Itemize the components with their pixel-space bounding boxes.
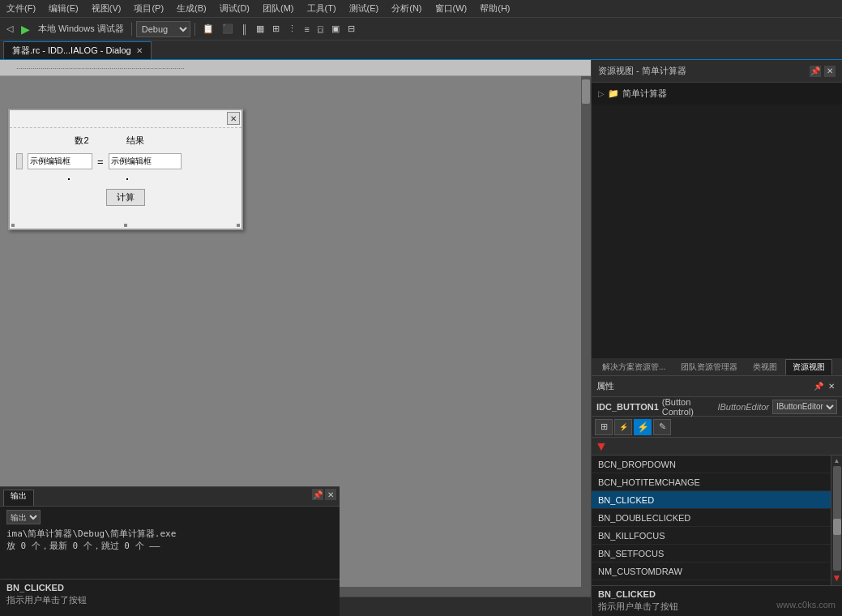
- menu-project[interactable]: 项目(P): [130, 2, 167, 15]
- dialog-editor-panel: ········································…: [0, 60, 591, 616]
- bn-clicked-section-title: BN_CLICKED: [598, 589, 836, 599]
- debug-target-label: 本地 Windows 调试器: [35, 20, 127, 38]
- prop-tab-edit[interactable]: ✎: [653, 419, 671, 435]
- toolbar-btn8[interactable]: ⌼: [314, 20, 327, 38]
- toolbar-back-btn[interactable]: ◁: [3, 20, 16, 38]
- scrollbar-up-arrow[interactable]: ▲: [834, 457, 840, 464]
- control-type: (Button Control): [662, 397, 715, 417]
- prop-tab-dynamic[interactable]: ⚡: [614, 419, 632, 435]
- event-arrow-indicator: ▼: [592, 438, 842, 456]
- menu-tools[interactable]: 工具(T): [304, 2, 340, 15]
- tree-folder-icon: 📁: [608, 88, 619, 99]
- event-nm-customdraw[interactable]: NM_CUSTOMDRAW: [592, 563, 842, 580]
- properties-panel: 属性 📌 ✕ IDC_BUTTON1 (Button Control) IBut…: [592, 376, 842, 616]
- toolbar-btn6[interactable]: ⋮: [284, 20, 300, 38]
- properties-title: 属性: [596, 380, 614, 392]
- tab-resource-view[interactable]: 资源视图: [785, 359, 832, 375]
- prop-tab-events[interactable]: ⚡: [634, 419, 652, 435]
- watermark: www.c0ks.com: [776, 600, 836, 610]
- tab-team-explorer[interactable]: 团队资源管理器: [673, 359, 745, 375]
- output-source-select[interactable]: 输出: [6, 510, 41, 524]
- control-editor-select[interactable]: IButtonEditor: [772, 400, 837, 414]
- separator2: [194, 23, 195, 36]
- tab-solution-explorer[interactable]: 解决方案资源管...: [595, 359, 673, 375]
- scrollbar-thumb: [833, 519, 841, 535]
- resource-view-close-btn[interactable]: ✕: [824, 66, 836, 77]
- scrollbar-track: [833, 466, 841, 571]
- menu-view[interactable]: 视图(V): [88, 2, 125, 15]
- menu-window[interactable]: 窗口(W): [432, 2, 471, 15]
- output-panel-controls: 📌 ✕: [312, 489, 336, 500]
- red-arrow-icon: ▼: [595, 439, 608, 454]
- tab-close-btn[interactable]: ✕: [136, 46, 143, 55]
- toolbar-btn10[interactable]: ⊟: [344, 20, 358, 38]
- output-pin-btn[interactable]: 📌: [312, 489, 323, 500]
- event-bn-setfocus-label: BN_SETFOCUS: [598, 549, 664, 558]
- handle-br: [237, 224, 240, 227]
- output-panel: 输出 📌 ✕ 输出 ima\简单计算器\Debug\简单计算器.exe 放 0 …: [0, 486, 340, 616]
- dialog-button-row: 计算: [16, 186, 235, 209]
- debug-config-select[interactable]: Debug Release: [136, 21, 190, 37]
- menu-build[interactable]: 生成(B): [173, 2, 210, 15]
- properties-close-btn[interactable]: ✕: [826, 381, 837, 392]
- tab-class-view[interactable]: 类视图: [746, 359, 784, 375]
- control-id: IDC_BUTTON1: [596, 402, 659, 412]
- properties-pin-btn[interactable]: 📌: [813, 381, 824, 392]
- toolbar-btn9[interactable]: ▣: [328, 20, 343, 38]
- dialog-content: 数2 结果 示例编辑框 = 示例编辑框: [10, 128, 241, 222]
- scrollbar-v-thumb: [582, 79, 590, 104]
- calc-button[interactable]: 计算: [106, 189, 145, 206]
- tree-item-label: 简单计算器: [622, 88, 667, 100]
- event-bn-doubleclicked[interactable]: BN_DOUBLECLICKED: [592, 509, 842, 527]
- scrollbar-dropdown-red-arrow[interactable]: ▼: [832, 572, 842, 584]
- tree-item-root[interactable]: ▷ 📁 简单计算器: [595, 86, 839, 101]
- scrollbar-vertical[interactable]: [581, 76, 591, 597]
- menu-help[interactable]: 帮助(H): [477, 2, 513, 15]
- tab-dialog[interactable]: 算器.rc - IDD...IALOG - Dialog ✕: [3, 41, 152, 59]
- dialog-input-row: 示例编辑框 = 示例编辑框: [16, 153, 235, 169]
- event-bn-clicked[interactable]: BN_CLICKED: [592, 491, 842, 509]
- toolbar-play-btn[interactable]: ▶: [18, 20, 33, 38]
- toolbar-btn5[interactable]: ⊞: [269, 20, 283, 38]
- toolbar-btn2[interactable]: ⬛: [219, 20, 237, 38]
- event-nm-customdraw-label: NM_CUSTOMDRAW: [598, 567, 682, 576]
- output-dropdown: 输出: [6, 510, 333, 524]
- output-close-btn[interactable]: ✕: [325, 489, 336, 500]
- resource-view-title: 资源视图 - 简单计算器: [598, 65, 686, 77]
- handle-bc: [124, 224, 127, 227]
- resource-view-header-btns: 📌 ✕: [810, 66, 836, 77]
- event-bn-setfocus[interactable]: BN_SETFOCUS: [592, 545, 842, 563]
- bn-clicked-desc: 指示用户单击了按钮: [6, 594, 333, 606]
- menu-team[interactable]: 团队(M): [259, 2, 297, 15]
- tab-output[interactable]: 输出: [3, 490, 34, 506]
- dialog-bottom-handles: [10, 222, 241, 229]
- editbox-result[interactable]: 示例编辑框: [109, 153, 182, 169]
- dialog-window: ✕ 数2 结果 示例编辑框: [8, 109, 243, 230]
- dialog-close-btn[interactable]: ✕: [227, 112, 240, 125]
- menu-edit[interactable]: 编辑(E): [45, 2, 82, 15]
- resource-bottom-tabs: 解决方案资源管... 团队资源管理器 类视图 资源视图: [592, 358, 842, 376]
- event-nm-getcustomspl[interactable]: NM_GETCUSTOMSPL: [592, 580, 842, 585]
- toolbar-btn1[interactable]: 📋: [199, 20, 217, 38]
- event-bn-killfocus[interactable]: BN_KILLFOCUS: [592, 527, 842, 545]
- dialog-header-row: 数2 结果: [16, 135, 235, 147]
- menu-analyze[interactable]: 分析(N): [388, 2, 425, 15]
- menu-file[interactable]: 文件(F): [3, 2, 39, 15]
- label-operand2: 数2: [66, 135, 98, 147]
- menu-test[interactable]: 测试(E): [346, 2, 383, 15]
- event-bcn-dropdown[interactable]: BCN_DROPDOWN: [592, 456, 842, 473]
- menu-debug[interactable]: 调试(D): [216, 2, 253, 15]
- toolbar-btn4[interactable]: ▦: [253, 20, 267, 38]
- event-list-scrollbar[interactable]: ▲ ▼: [831, 456, 842, 585]
- event-bcn-hotitemchange[interactable]: BCN_HOTITEMCHANGE: [592, 473, 842, 491]
- handle-tl: [67, 178, 71, 181]
- editbox-operand2[interactable]: 示例编辑框: [28, 153, 92, 169]
- properties-id-row: IDC_BUTTON1 (Button Control) IButtonEdit…: [592, 397, 842, 417]
- output-tabs: 输出 📌 ✕: [0, 487, 340, 507]
- toolbar-btn3[interactable]: ║: [238, 20, 251, 38]
- resource-view-pin-btn[interactable]: 📌: [810, 66, 821, 77]
- prop-tab-properties[interactable]: ⊞: [595, 419, 613, 435]
- event-bn-killfocus-label: BN_KILLFOCUS: [598, 531, 665, 541]
- toolbar-btn7[interactable]: ≡: [301, 20, 313, 38]
- right-panel: 资源视图 - 简单计算器 📌 ✕ ▷ 📁 简单计算器 解决方案资源管... 团队…: [591, 60, 842, 616]
